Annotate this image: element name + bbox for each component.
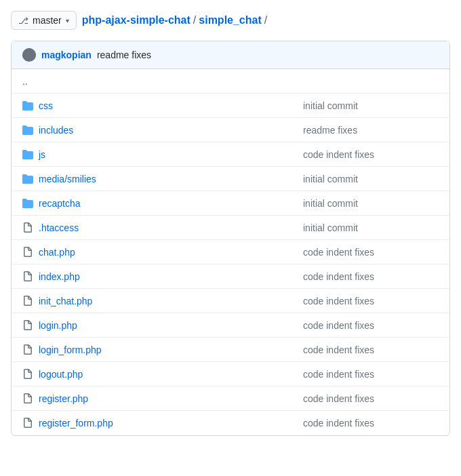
commit-message-cell: code indent fixes (303, 271, 439, 282)
file-icon (22, 344, 39, 355)
file-name[interactable]: js (39, 149, 303, 160)
folder-icon (22, 100, 39, 111)
file-name[interactable]: init_chat.php (39, 296, 303, 306)
commit-author[interactable]: magkopian (41, 49, 92, 60)
file-name-link-part1[interactable]: media (39, 174, 64, 184)
table-row: cssinitial commit (12, 94, 449, 118)
table-row: login_form.phpcode indent fixes (12, 338, 449, 362)
commit-header: magkopian readme fixes (12, 41, 449, 69)
breadcrumb: php-ajax-simple-chat / simple_chat / (82, 14, 267, 26)
branch-icon: ⎇ (18, 16, 28, 26)
commit-message-cell: readme fixes (303, 125, 439, 136)
table-row: chat.phpcode indent fixes (12, 240, 449, 264)
folder-icon (22, 149, 39, 160)
commit-message-cell: code indent fixes (303, 344, 439, 355)
table-row: register.phpcode indent fixes (12, 386, 449, 411)
folder-icon (22, 174, 39, 184)
parent-link[interactable]: .. (22, 76, 28, 87)
file-name[interactable]: login.php (39, 320, 303, 331)
table-row: init_chat.phpcode indent fixes (12, 289, 449, 313)
commit-message-cell: code indent fixes (303, 393, 439, 404)
commit-message-cell: code indent fixes (303, 320, 439, 331)
commit-message: readme fixes (97, 49, 151, 60)
repo-link[interactable]: php-ajax-simple-chat (82, 14, 191, 26)
table-row: index.phpcode indent fixes (12, 264, 449, 289)
table-row: login.phpcode indent fixes (12, 313, 449, 338)
breadcrumb-sep-1: / (193, 14, 196, 26)
file-name[interactable]: css (39, 100, 303, 111)
file-icon (22, 418, 39, 429)
breadcrumb-folder: simple_chat (199, 14, 261, 26)
file-icon (22, 222, 39, 233)
file-icon (22, 296, 39, 306)
commit-message-cell: code indent fixes (303, 418, 439, 429)
file-icon (22, 320, 39, 331)
table-row: recaptchainitial commit (12, 191, 449, 216)
file-icon (22, 393, 39, 404)
branch-selector[interactable]: ⎇ master ▾ (11, 11, 77, 30)
commit-message-cell: code indent fixes (303, 149, 439, 160)
file-name[interactable]: .htaccess (39, 222, 303, 233)
file-name[interactable]: includes (39, 125, 303, 136)
branch-label: master (33, 15, 62, 26)
commit-message-cell: code indent fixes (303, 296, 439, 306)
file-name[interactable]: recaptcha (39, 198, 303, 209)
commit-message-cell: initial commit (303, 174, 439, 184)
file-icon (22, 271, 39, 282)
file-name[interactable]: chat.php (39, 247, 303, 258)
commit-message-cell: initial commit (303, 100, 439, 111)
file-name[interactable]: register.php (39, 393, 303, 404)
file-icon (22, 247, 39, 258)
folder-icon (22, 125, 39, 136)
file-name[interactable]: index.php (39, 271, 303, 282)
file-name[interactable]: register_form.php (39, 418, 303, 429)
file-name[interactable]: logout.php (39, 369, 303, 380)
file-name[interactable]: media/smilies (39, 174, 303, 184)
table-row: register_form.phpcode indent fixes (12, 411, 449, 435)
toolbar: ⎇ master ▾ php-ajax-simple-chat / simple… (11, 11, 450, 30)
file-icon (22, 369, 39, 380)
breadcrumb-sep-2: / (264, 14, 267, 26)
table-row: logout.phpcode indent fixes (12, 362, 449, 386)
commit-message-cell: code indent fixes (303, 369, 439, 380)
chevron-down-icon: ▾ (66, 17, 69, 24)
file-table: magkopian readme fixes .. cssinitial com… (11, 41, 450, 436)
commit-message-cell: code indent fixes (303, 247, 439, 258)
file-rows: cssinitial commit includesreadme fixes j… (12, 94, 449, 435)
table-row: media/smiliesinitial commit (12, 167, 449, 191)
file-name-link-part2[interactable]: smilies (67, 174, 96, 184)
file-name[interactable]: login_form.php (39, 344, 303, 355)
table-row: includesreadme fixes (12, 118, 449, 142)
commit-message-cell: initial commit (303, 198, 439, 209)
parent-row[interactable]: .. (12, 69, 449, 94)
folder-icon (22, 198, 39, 209)
table-row: .htaccessinitial commit (12, 216, 449, 240)
avatar (22, 48, 36, 62)
table-row: jscode indent fixes (12, 142, 449, 167)
commit-message-cell: initial commit (303, 222, 439, 233)
